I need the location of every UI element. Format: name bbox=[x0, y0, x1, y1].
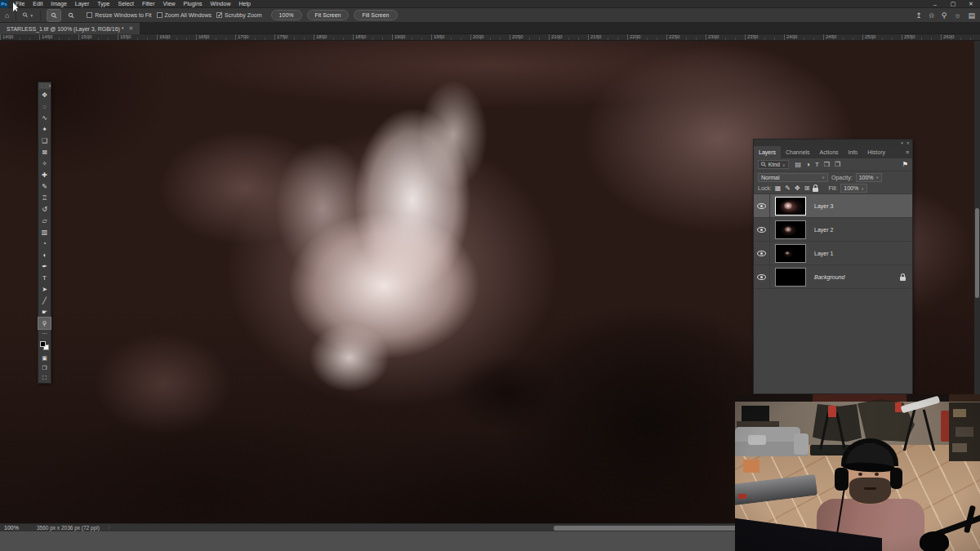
menu-item[interactable]: Image bbox=[47, 0, 70, 8]
document-tab[interactable]: STARLESS_1.tif @ 100% (Layer 3, RGB/16) … bbox=[0, 23, 140, 34]
menu-item[interactable]: Layer bbox=[71, 0, 94, 8]
color-swatches[interactable] bbox=[38, 339, 51, 353]
status-chevron-icon[interactable]: 〉 bbox=[108, 524, 113, 531]
options-checkbox[interactable]: Resize Windows to Fit bbox=[87, 12, 151, 18]
opacity-input[interactable]: 100% ∨ bbox=[856, 173, 883, 182]
layer-visibility-toggle[interactable] bbox=[754, 194, 770, 218]
lock-pixels-icon[interactable]: ✎ bbox=[785, 184, 791, 192]
panel-collapse-icon[interactable]: ▾ bbox=[901, 140, 903, 146]
fill-input[interactable]: 100% ∨ bbox=[840, 184, 867, 193]
menu-item[interactable]: Edit bbox=[29, 0, 47, 8]
lock-position-icon[interactable]: ✥ bbox=[795, 184, 800, 192]
panel-tab[interactable]: History bbox=[862, 146, 890, 158]
hand-tool[interactable]: ☛ bbox=[38, 306, 51, 318]
search-icon[interactable]: ⚲ bbox=[942, 11, 947, 20]
layer-row[interactable]: Layer 1 bbox=[754, 242, 912, 265]
filter-toggle-icon[interactable]: ⚑ bbox=[902, 161, 908, 168]
gradient-tool[interactable]: ▥ bbox=[38, 226, 51, 238]
type-tool[interactable]: T bbox=[38, 272, 51, 283]
workspace-icon[interactable]: ▤ bbox=[968, 11, 975, 20]
zoom-level[interactable]: 100% bbox=[4, 525, 19, 531]
filter-shape-layers-icon[interactable]: ❒ bbox=[824, 161, 830, 168]
dodge-tool[interactable]: ◖ bbox=[38, 249, 51, 260]
spot-healing-tool[interactable]: ✚ bbox=[38, 169, 51, 180]
eraser-tool[interactable]: ▱ bbox=[38, 215, 51, 226]
filter-adjustment-layers-icon[interactable]: ◑ bbox=[806, 161, 810, 168]
edit-toolbar-button[interactable]: ⋯ bbox=[38, 329, 51, 339]
layer-row[interactable]: Layer 3 bbox=[754, 194, 912, 218]
filter-pixel-layers-icon[interactable]: ▤ bbox=[795, 161, 802, 168]
options-checkbox[interactable]: Zoom All Windows bbox=[157, 12, 212, 18]
photoshop-logo[interactable]: Ps bbox=[0, 0, 8, 8]
screen-mode-button[interactable]: ⛶ bbox=[38, 373, 51, 383]
zoom-tool[interactable]: ⚲ bbox=[38, 318, 51, 329]
tools-panel-close-icon[interactable]: ✕ bbox=[48, 82, 51, 89]
drag-handle-icon[interactable]: ⋮⋮ bbox=[40, 82, 48, 89]
filter-type-layers-icon[interactable]: T bbox=[815, 161, 819, 168]
menu-item[interactable]: Window bbox=[207, 0, 235, 8]
foreground-color-swatch[interactable] bbox=[40, 341, 46, 347]
panel-tab[interactable]: Actions bbox=[815, 146, 844, 158]
path-selection-tool[interactable]: ➤ bbox=[38, 283, 51, 295]
history-brush-tool[interactable]: ↺ bbox=[38, 203, 51, 215]
eyedropper-tool[interactable]: ✧ bbox=[38, 158, 51, 169]
lasso-tool[interactable]: ∿ bbox=[38, 112, 51, 123]
line-tool[interactable]: ╱ bbox=[38, 295, 51, 306]
layer-thumbnail[interactable] bbox=[775, 220, 806, 239]
minimize-button[interactable]: – bbox=[926, 0, 944, 8]
options-button[interactable]: Fit Screen bbox=[307, 10, 350, 20]
panel-tab[interactable]: Channels bbox=[781, 146, 815, 158]
filter-kind-dropdown[interactable]: ⚲ Kind ∨ bbox=[758, 160, 789, 169]
layer-row[interactable]: Background bbox=[754, 265, 912, 289]
tool-preset-picker[interactable]: ⚲ ▼ bbox=[23, 11, 33, 19]
tools-panel-header[interactable]: ⋮⋮ ✕ bbox=[38, 82, 51, 89]
layer-visibility-toggle[interactable] bbox=[754, 218, 770, 242]
layer-row[interactable]: Layer 2 bbox=[754, 218, 912, 242]
quick-selection-tool[interactable]: ✦ bbox=[38, 123, 51, 135]
tab-close-icon[interactable]: ✕ bbox=[129, 25, 134, 32]
layer-thumbnail[interactable] bbox=[775, 244, 806, 263]
marquee-tool[interactable]: ◌ bbox=[38, 100, 51, 112]
options-checkbox[interactable]: Scrubby Zoom bbox=[216, 12, 262, 18]
lock-transparent-icon[interactable]: ▦ bbox=[775, 184, 782, 192]
vertical-scrollbar-thumb[interactable] bbox=[975, 208, 979, 298]
bell-icon[interactable]: ⍾ bbox=[929, 11, 934, 20]
layer-visibility-toggle[interactable] bbox=[754, 242, 770, 265]
menu-item[interactable]: Help bbox=[234, 0, 254, 8]
lightbulb-icon[interactable]: ☼ bbox=[954, 11, 960, 20]
zoom-out-button[interactable]: ⚲ bbox=[65, 10, 78, 21]
options-button[interactable]: Fill Screen bbox=[354, 10, 397, 20]
maximize-button[interactable]: ▢ bbox=[944, 0, 962, 8]
options-button[interactable]: 100% bbox=[271, 10, 302, 20]
panel-close-icon[interactable]: ✕ bbox=[906, 140, 910, 146]
layer-thumbnail[interactable] bbox=[775, 268, 806, 287]
brush-tool[interactable]: ✎ bbox=[38, 180, 51, 192]
checkbox-box[interactable] bbox=[216, 12, 222, 18]
filter-smart-objects-icon[interactable]: ❐ bbox=[835, 161, 840, 168]
lock-artboard-icon[interactable]: ⊞ bbox=[804, 184, 810, 192]
lock-all-icon[interactable] bbox=[813, 188, 818, 192]
screen-mode-button[interactable]: ❐ bbox=[38, 363, 51, 373]
panel-tab[interactable]: Info bbox=[844, 146, 863, 158]
clone-stamp-tool[interactable]: ♖ bbox=[38, 192, 51, 203]
move-tool[interactable]: ✥ bbox=[38, 89, 51, 100]
quick-mask-button[interactable]: ▣ bbox=[38, 353, 51, 363]
panel-menu-icon[interactable]: ≡ bbox=[906, 149, 909, 155]
close-button[interactable]: ✕ bbox=[962, 0, 980, 8]
layer-visibility-toggle[interactable] bbox=[754, 265, 770, 289]
checkbox-box[interactable] bbox=[157, 12, 163, 18]
checkbox-box[interactable] bbox=[87, 12, 92, 18]
panel-tab[interactable]: Layers bbox=[754, 146, 781, 158]
zoom-in-button[interactable]: ⚲ bbox=[47, 10, 60, 21]
menu-item[interactable]: Plugins bbox=[180, 0, 207, 8]
frame-tool[interactable]: ⊠ bbox=[38, 146, 51, 158]
home-icon[interactable]: ⌂ bbox=[5, 8, 9, 23]
blend-mode-select[interactable]: Normal ∨ bbox=[758, 173, 828, 182]
layer-thumbnail[interactable] bbox=[775, 197, 806, 216]
share-icon[interactable]: ↥ bbox=[915, 11, 922, 20]
menu-item[interactable]: View bbox=[159, 0, 180, 8]
menu-item[interactable]: Select bbox=[114, 0, 138, 8]
blur-tool[interactable]: ◔ bbox=[38, 238, 51, 249]
pen-tool[interactable]: ✒ bbox=[38, 260, 51, 272]
menu-item[interactable]: Type bbox=[93, 0, 114, 8]
